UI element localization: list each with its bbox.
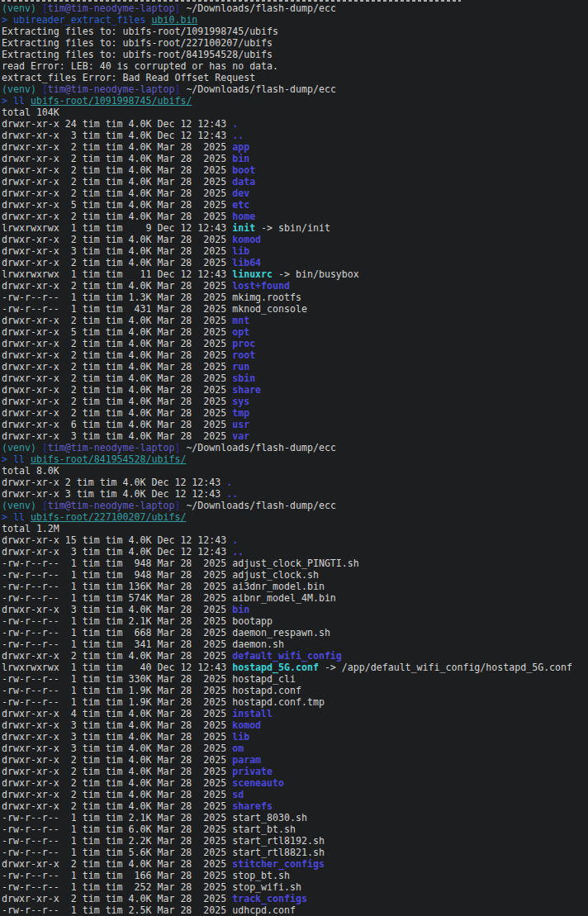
terminal-output[interactable]: (venv) [tim@tim-neodyme-laptop] ~/Downlo… <box>2 2 588 916</box>
terminal-line: drwxr-xr-x 5 tim tim 4.0K Mar 28 2025 op… <box>2 326 588 338</box>
output-text: drwxr-xr-x 2 tim tim 4.0K Mar 28 2025 <box>2 338 232 349</box>
terminal-line: drwxr-xr-x 2 tim tim 4.0K Mar 28 2025 ko… <box>2 234 588 245</box>
output-text: drwxr-xr-x 2 tim tim 4.0K Mar 28 2025 <box>2 384 232 396</box>
output-text: -rw-r--r-- 1 tim tim 136K Mar 28 2025 ai… <box>2 581 325 592</box>
symlink-name: linuxrc <box>232 268 273 280</box>
terminal-line: -rw-r--r-- 1 tim tim 2.1K Mar 28 2025 bo… <box>2 615 588 627</box>
output-text: read Error: LEB: 40 is corrupted or has … <box>2 60 278 72</box>
terminal-line: drwxr-xr-x 2 tim tim 4.0K Mar 28 2025 pr… <box>2 338 588 349</box>
terminal-line: lrwxrwxrwx 1 tim tim 11 Dec 12 12:43 lin… <box>2 268 588 280</box>
output-text: -rw-r--r-- 1 tim tim 2.5K Mar 28 2025 ud… <box>2 904 296 916</box>
terminal-line: -rw-r--r-- 1 tim tim 948 Mar 28 2025 adj… <box>2 569 588 581</box>
output-text: lrwxrwxrwx 1 tim tim 40 Dec 12 12:43 <box>2 662 232 673</box>
output-text: drwxr-xr-x 2 tim tim 4.0K Mar 28 2025 <box>2 777 232 789</box>
terminal-line: drwxr-xr-x 2 tim tim 4.0K Mar 28 2025 da… <box>2 176 588 187</box>
output-text: drwxr-xr-x 5 tim tim 4.0K Mar 28 2025 <box>2 199 232 211</box>
output-text: drwxr-xr-x 4 tim tim 4.0K Mar 28 2025 <box>2 708 232 719</box>
directory-name: sceneauto <box>232 777 284 789</box>
output-text: -rw-r--r-- 1 tim tim 574K Mar 28 2025 ai… <box>2 592 336 604</box>
terminal-line: drwxr-xr-x 2 tim tim 4.0K Mar 28 2025 ho… <box>2 211 588 222</box>
output-text <box>146 14 152 26</box>
output-text: -rw-r--r-- 1 tim tim 948 Mar 28 2025 adj… <box>2 569 319 581</box>
terminal-line: -rw-r--r-- 1 tim tim 1.9K Mar 28 2025 ho… <box>2 696 588 708</box>
directory-name: lib <box>232 731 249 743</box>
terminal-line: drwxr-xr-x 3 tim tim 4.0K Mar 28 2025 li… <box>2 731 588 743</box>
output-text: -rw-r--r-- 1 tim tim 330K Mar 28 2025 ho… <box>2 673 296 685</box>
terminal-line: -rw-r--r-- 1 tim tim 574K Mar 28 2025 ai… <box>2 592 588 604</box>
directory-name: mnt <box>232 315 249 326</box>
terminal-line: drwxr-xr-x 2 tim tim 4.0K Mar 28 2025 lo… <box>2 280 588 292</box>
symlink-name: init <box>232 222 255 234</box>
terminal-line: (venv) [tim@tim-neodyme-laptop] ~/Downlo… <box>2 500 588 511</box>
output-text: -rw-r--r-- 1 tim tim 341 Mar 28 2025 dae… <box>2 638 284 650</box>
terminal-line: drwxr-xr-x 2 tim tim 4.0K Mar 28 2025 sb… <box>2 373 588 384</box>
terminal-line: -rw-r--r-- 1 tim tim 948 Mar 28 2025 adj… <box>2 558 588 569</box>
terminal-line: drwxr-xr-x 2 tim tim 4.0K Mar 28 2025 sy… <box>2 396 588 407</box>
terminal-line: drwxr-xr-x 3 tim tim 4.0K Mar 28 2025 ko… <box>2 719 588 731</box>
prompt-symbol: > <box>2 511 13 523</box>
output-text: drwxr-xr-x 2 tim tim 4.0K Mar 28 2025 <box>2 858 232 870</box>
directory-name: dev <box>232 187 249 199</box>
terminal-line: -rw-r--r-- 1 tim tim 252 Mar 28 2025 sto… <box>2 881 588 893</box>
directory-name: bin <box>232 604 249 615</box>
terminal-line: drwxr-xr-x 15 tim tim 4.0K Dec 12 12:43 … <box>2 534 588 546</box>
output-text: drwxr-xr-x 3 tim tim 4.0K Mar 28 2025 <box>2 743 232 754</box>
output-text: -rw-r--r-- 1 tim tim 252 Mar 28 2025 sto… <box>2 881 301 893</box>
directory-name: app <box>232 141 249 153</box>
terminal-line: -rw-r--r-- 1 tim tim 431 Mar 28 2025 mkn… <box>2 303 588 315</box>
directory-name: root <box>232 349 255 361</box>
output-text <box>36 442 42 453</box>
user-host: tim@tim-neodyme-laptop <box>48 442 175 453</box>
terminal-line: -rw-r--r-- 1 tim tim 341 Mar 28 2025 dae… <box>2 638 588 650</box>
terminal-line: > ll ubifs-root/841954528/ubifs/ <box>2 453 588 465</box>
terminal-line: drwxr-xr-x 2 tim tim 4.0K Mar 28 2025 de… <box>2 650 588 662</box>
output-text: drwxr-xr-x 3 tim tim 4.0K Dec 12 12:43 <box>2 546 232 558</box>
output-text <box>36 83 42 95</box>
output-text: drwxr-xr-x 3 tim tim 4.0K Mar 28 2025 <box>2 430 232 442</box>
output-text <box>36 2 42 14</box>
command-text: ll <box>13 453 25 465</box>
output-text: -rw-r--r-- 1 tim tim 1.9K Mar 28 2025 ho… <box>2 685 301 696</box>
output-text: drwxr-xr-x 2 tim tim 4.0K Mar 28 2025 <box>2 234 232 245</box>
terminal-line: drwxr-xr-x 2 tim tim 4.0K Mar 28 2025 bi… <box>2 153 588 164</box>
terminal-line: -rw-r--r-- 1 tim tim 6.0K Mar 28 2025 st… <box>2 823 588 835</box>
directory-name: stitcher_configs <box>232 858 325 870</box>
terminal-line: -rw-r--r-- 1 tim tim 5.6K Mar 28 2025 st… <box>2 847 588 858</box>
command-text: ll <box>13 95 25 107</box>
terminal-line: drwxr-xr-x 2 tim tim 4.0K Mar 28 2025 pa… <box>2 754 588 766</box>
output-text: drwxr-xr-x 5 tim tim 4.0K Mar 28 2025 <box>2 326 232 338</box>
output-text: drwxr-xr-x 2 tim tim 4.0K Mar 28 2025 <box>2 407 232 419</box>
terminal-line: drwxr-xr-x 6 tim tim 4.0K Mar 28 2025 us… <box>2 419 588 430</box>
output-text: drwxr-xr-x 2 tim tim 4.0K Mar 28 2025 <box>2 766 232 777</box>
directory-name: boot <box>232 164 255 176</box>
directory-name: run <box>232 361 249 373</box>
terminal-line: (venv) [tim@tim-neodyme-laptop] ~/Downlo… <box>2 442 588 453</box>
output-text: total 8.0K <box>2 465 59 477</box>
output-text: drwxr-xr-x 3 tim tim 4.0K Dec 12 12:43 <box>2 130 232 141</box>
directory-name: share <box>232 384 261 396</box>
directory-name: . <box>232 534 238 546</box>
output-text: drwxr-xr-x 2 tim tim 4.0K Mar 28 2025 <box>2 315 232 326</box>
path-argument: ubifs-root/1091998745/ubifs/ <box>31 95 192 107</box>
output-text: -> sbin/init <box>255 222 330 234</box>
terminal-line: drwxr-xr-x 2 tim tim 4.0K Mar 28 2025 bo… <box>2 164 588 176</box>
terminal-line: drwxr-xr-x 2 tim tim 4.0K Mar 28 2025 tm… <box>2 407 588 419</box>
command-text: ll <box>13 511 25 523</box>
output-text: drwxr-xr-x 2 tim tim 4.0K Mar 28 2025 <box>2 176 232 187</box>
output-text: total 1.2M <box>2 523 59 534</box>
terminal-line: (venv) [tim@tim-neodyme-laptop] ~/Downlo… <box>2 2 588 14</box>
terminal-line: drwxr-xr-x 5 tim tim 4.0K Mar 28 2025 et… <box>2 199 588 211</box>
command-text: ubireader_extract_files <box>13 14 146 26</box>
terminal-line: drwxr-xr-x 3 tim tim 4.0K Mar 28 2025 bi… <box>2 604 588 615</box>
terminal-line: Extracting files to: ubifs-root/10919987… <box>2 26 588 37</box>
output-text <box>25 453 31 465</box>
directory-name: om <box>232 743 244 754</box>
output-text: drwxr-xr-x 3 tim tim 4.0K Dec 12 12:43 <box>2 488 226 500</box>
directory-name: sbin <box>232 373 255 384</box>
user-host: tim@tim-neodyme-laptop <box>48 2 175 14</box>
output-text: drwxr-xr-x 3 tim tim 4.0K Mar 28 2025 <box>2 719 232 731</box>
output-text: Extracting files to: ubifs-root/84195452… <box>2 49 273 60</box>
output-text: Extracting files to: ubifs-root/22710020… <box>2 37 273 49</box>
directory-name: . <box>226 477 232 488</box>
output-text: drwxr-xr-x 2 tim tim 4.0K Mar 28 2025 <box>2 141 232 153</box>
